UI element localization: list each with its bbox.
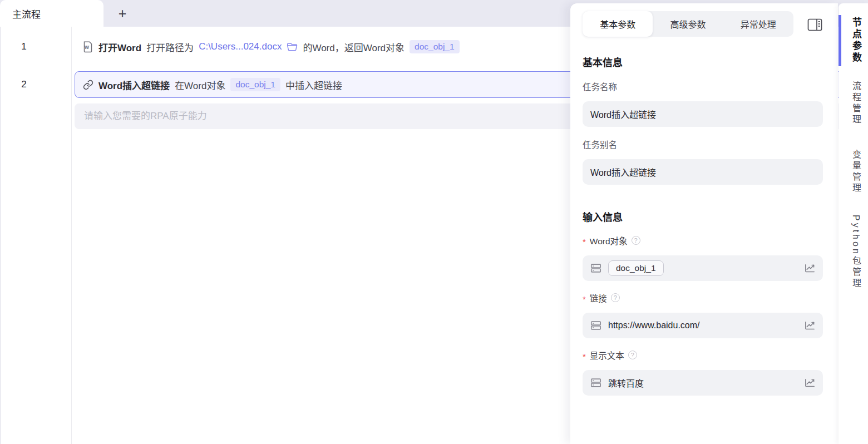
help-icon[interactable]: ? <box>628 351 637 359</box>
plus-icon: + <box>119 6 127 22</box>
display-text-label: 显示文本 <box>590 349 624 361</box>
panel-collapse-icon[interactable] <box>807 18 822 33</box>
active-rail-indicator <box>839 15 841 66</box>
tab-main-flow[interactable]: 主流程 <box>0 0 103 27</box>
task-alias-label: 任务别名 <box>583 138 823 150</box>
step-number: 2 <box>1 71 47 98</box>
file-path-link[interactable]: C:\Users...024.docx <box>199 41 282 52</box>
variable-list-icon[interactable] <box>590 319 602 332</box>
rail-item-python-package-management[interactable]: Python包管理 <box>849 215 862 289</box>
step-title: Word插入超链接 <box>98 78 170 92</box>
display-text-value: 跳转百度 <box>608 376 644 389</box>
help-glyph: ? <box>614 294 617 301</box>
display-text-label-row: * 显示文本 ? <box>583 349 823 361</box>
task-name-label: 任务名称 <box>583 80 823 92</box>
svg-text:W: W <box>85 45 90 50</box>
link-input[interactable]: https://www.baidu.com/ <box>583 313 823 338</box>
step-number: 1 <box>1 34 47 59</box>
add-tab-button[interactable]: + <box>110 0 135 27</box>
required-marker: * <box>583 294 586 304</box>
expression-trend-icon[interactable] <box>803 377 816 389</box>
help-glyph: ? <box>634 237 638 244</box>
link-label-row: * 链接 ? <box>583 292 823 304</box>
variable-list-icon[interactable] <box>590 377 602 389</box>
required-marker: * <box>583 352 586 361</box>
required-marker: * <box>583 237 586 246</box>
input-info-section-title: 输入信息 <box>583 209 823 224</box>
rail-item-node-parameters[interactable]: 节点参数 <box>849 17 863 64</box>
step-text: 的Word，返回Word对象 <box>303 40 405 54</box>
parameter-tabs: 基本参数 高级参数 异常处理 <box>583 11 793 37</box>
task-name-value: Word插入超链接 <box>590 107 656 121</box>
display-text-input[interactable]: 跳转百度 <box>583 370 823 396</box>
expression-trend-icon[interactable] <box>803 263 816 274</box>
word-document-icon: W <box>82 41 93 53</box>
step-text: 中插入超链接 <box>285 78 342 92</box>
link-value: https://www.baidu.com/ <box>608 320 700 330</box>
basic-info-section-title: 基本信息 <box>583 55 823 69</box>
step-title: 打开Word <box>98 40 141 54</box>
right-tool-rail: 节点参数 流程管理 变量管理 Python包管理 <box>839 3 868 444</box>
step-text: 在Word对象 <box>175 78 225 92</box>
link-label: 链接 <box>590 292 607 304</box>
chain-link-icon <box>83 80 93 90</box>
tab-basic-params-label: 基本参数 <box>600 17 635 31</box>
tab-exception-handling-label: 异常处理 <box>741 17 776 31</box>
rail-item-variable-management[interactable]: 变量管理 <box>849 150 862 194</box>
tab-advanced-params[interactable]: 高级参数 <box>653 11 723 37</box>
variable-list-icon[interactable] <box>590 262 602 274</box>
gutter-divider <box>71 27 72 444</box>
help-glyph: ? <box>631 352 634 358</box>
word-object-input[interactable]: doc_obj_1 <box>583 255 823 281</box>
rail-item-flow-management[interactable]: 流程管理 <box>849 81 862 126</box>
word-object-label-row: * Word对象 ? <box>583 234 823 246</box>
help-icon[interactable]: ? <box>611 293 620 302</box>
variable-tag[interactable]: doc_obj_1 <box>230 78 280 92</box>
node-parameter-panel: 基本参数 高级参数 异常处理 基本信息 任务名称 Word插入超链接 任务别名 … <box>570 3 838 444</box>
word-object-label: Word对象 <box>590 234 628 246</box>
folder-icon[interactable] <box>287 42 298 52</box>
task-alias-value: Word插入超链接 <box>590 165 656 179</box>
variable-tag[interactable]: doc_obj_1 <box>410 40 460 54</box>
expression-trend-icon[interactable] <box>803 320 816 332</box>
word-object-variable-chip[interactable]: doc_obj_1 <box>608 260 664 276</box>
tab-basic-params[interactable]: 基本参数 <box>583 11 653 37</box>
step-text: 打开路径为 <box>146 40 194 54</box>
tab-advanced-params-label: 高级参数 <box>670 17 706 31</box>
tab-exception-handling[interactable]: 异常处理 <box>723 11 793 37</box>
help-icon[interactable]: ? <box>632 236 640 245</box>
task-name-input[interactable]: Word插入超链接 <box>583 101 823 127</box>
task-alias-input[interactable]: Word插入超链接 <box>583 159 823 185</box>
tab-main-flow-label: 主流程 <box>12 7 41 21</box>
